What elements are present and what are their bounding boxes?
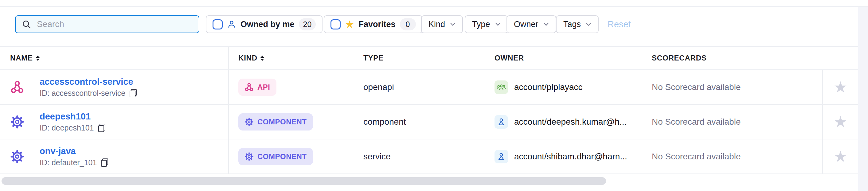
group-icon [495, 81, 508, 94]
kind-badge: COMPONENT [238, 113, 313, 130]
api-icon [10, 80, 24, 94]
scorecards-cell: No Scorecard available [652, 139, 822, 173]
column-header-type: TYPE [363, 47, 495, 69]
table-row[interactable]: deepesh101 ID: deepesh101 [0, 105, 858, 139]
owned-by-me-label: Owned by me [241, 20, 294, 29]
name-column-label: NAME [10, 54, 33, 62]
owner-label: account/shibam.dhar@harn... [514, 152, 627, 161]
table-row[interactable]: accesscontrol-service ID: accesscontrol-… [0, 70, 858, 105]
entity-id-label: ID: accesscontrol-service [40, 89, 125, 98]
column-header-scorecards: SCORECARDS [652, 47, 822, 69]
owner-label: account/plplayacc [514, 82, 583, 92]
tags-dropdown-label: Tags [563, 20, 581, 29]
page-gutter [858, 7, 868, 191]
type-cell: openapi [363, 70, 495, 104]
owner-cell: account/plplayacc [495, 70, 652, 104]
person-icon [227, 20, 236, 29]
chevron-down-icon [495, 23, 501, 26]
name-cell: accesscontrol-service ID: accesscontrol-… [0, 70, 229, 104]
gear-icon [10, 115, 24, 129]
owner-dropdown[interactable]: Owner [506, 15, 556, 33]
favorites-label: Favorites [359, 20, 395, 29]
scorecards-cell: No Scorecard available [652, 70, 822, 104]
star-icon: ★ [345, 19, 354, 30]
catalog-table: NAME KIND TYPE OWNER SCORECARDS [0, 46, 858, 174]
favorite-cell: ★ [822, 105, 858, 139]
name-cell: deepesh101 ID: deepesh101 [0, 105, 229, 139]
sort-icon[interactable] [36, 56, 40, 61]
copy-icon[interactable] [98, 124, 105, 132]
owner-cell: account/shibam.dhar@harn... [495, 139, 652, 173]
owned-by-me-count: 20 [299, 18, 316, 30]
kind-badge: COMPONENT [238, 148, 313, 165]
reset-button[interactable]: Reset [608, 15, 631, 33]
favorite-star-icon[interactable]: ★ [834, 149, 847, 164]
column-header-favorite [822, 47, 858, 69]
favorites-count: 0 [400, 18, 416, 30]
kind-cell: API [229, 70, 363, 104]
horizontal-scrollbar-thumb[interactable] [2, 177, 606, 185]
favorite-star-icon[interactable]: ★ [834, 79, 847, 95]
kind-dropdown-label: Kind [429, 20, 445, 29]
owner-column-label: OWNER [495, 54, 524, 62]
table-row[interactable]: onv-java ID: defauter_101 [0, 139, 858, 174]
scorecards-cell: No Scorecard available [652, 105, 822, 139]
favorite-cell: ★ [822, 139, 858, 173]
tags-dropdown[interactable]: Tags [556, 15, 599, 33]
chevron-down-icon [586, 23, 591, 26]
chevron-down-icon [450, 23, 456, 26]
type-dropdown-label: Type [472, 20, 490, 29]
user-icon [495, 115, 508, 129]
entity-name-link[interactable]: deepesh101 [40, 112, 105, 122]
copy-icon[interactable] [101, 158, 108, 167]
search-input[interactable] [37, 19, 193, 29]
entity-name-link[interactable]: accesscontrol-service [40, 77, 137, 87]
user-icon [495, 150, 508, 163]
copy-icon[interactable] [130, 89, 137, 97]
table-header-row: NAME KIND TYPE OWNER SCORECARDS [0, 46, 858, 70]
favorite-cell: ★ [822, 70, 858, 104]
owner-cell: account/deepesh.kumar@h... [495, 105, 652, 139]
favorites-checkbox[interactable] [331, 19, 341, 30]
kind-cell: COMPONENT [229, 139, 363, 173]
name-cell: onv-java ID: defauter_101 [0, 139, 229, 173]
kind-badge-label: API [257, 83, 270, 92]
favorite-star-icon[interactable]: ★ [834, 114, 847, 130]
favorites-filter[interactable]: ★ Favorites 0 [324, 15, 423, 33]
entity-id-label: ID: defauter_101 [40, 158, 97, 167]
scorecards-column-label: SCORECARDS [652, 54, 707, 62]
owner-label: account/deepesh.kumar@h... [514, 117, 627, 127]
kind-badge-label: COMPONENT [257, 152, 307, 161]
gear-icon [245, 152, 254, 161]
type-column-label: TYPE [363, 54, 384, 62]
kind-column-label: KIND [238, 54, 257, 62]
column-header-name[interactable]: NAME [0, 47, 229, 69]
sort-icon[interactable] [260, 56, 264, 61]
gear-icon [10, 150, 24, 164]
filter-toolbar: Owned by me 20 ★ Favorites 0 Kind Type O… [0, 7, 868, 46]
owned-by-me-checkbox[interactable] [213, 19, 223, 30]
search-box[interactable] [15, 15, 199, 33]
column-header-kind[interactable]: KIND [229, 47, 363, 69]
entity-id-label: ID: deepesh101 [40, 123, 94, 132]
type-cell: component [363, 105, 495, 139]
catalog-page: Owned by me 20 ★ Favorites 0 Kind Type O… [0, 0, 868, 191]
type-dropdown[interactable]: Type [465, 15, 508, 33]
column-header-owner: OWNER [495, 47, 652, 69]
kind-dropdown[interactable]: Kind [421, 15, 463, 33]
type-cell: service [363, 139, 495, 173]
gear-icon [245, 117, 254, 127]
api-icon [245, 83, 254, 92]
entity-name-link[interactable]: onv-java [40, 146, 108, 156]
kind-badge-label: COMPONENT [257, 118, 307, 126]
owned-by-me-filter[interactable]: Owned by me 20 [206, 15, 322, 33]
owner-dropdown-label: Owner [514, 20, 538, 29]
kind-cell: COMPONENT [229, 105, 363, 139]
chevron-down-icon [544, 23, 549, 26]
search-icon [22, 20, 31, 29]
kind-badge: API [238, 78, 276, 96]
